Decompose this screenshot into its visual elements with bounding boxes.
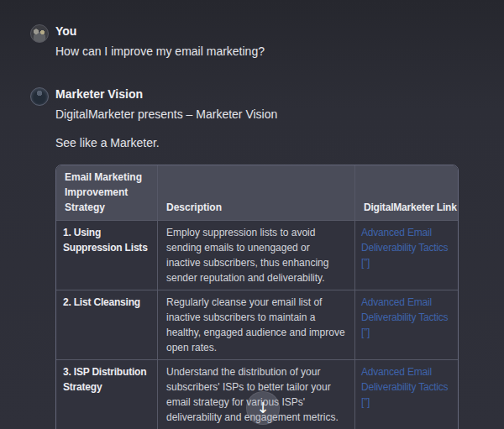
description-cell: Employ suppression lists to avoid sendin… [158, 221, 355, 290]
link-label: Advanced Email Deliverability Tactics [361, 296, 448, 323]
deliverability-link[interactable]: Advanced Email Deliverability Tactics [”… [361, 366, 448, 408]
user-turn: You How can I improve my email marketing… [30, 24, 458, 60]
citation-icon[interactable]: [”] [361, 327, 370, 338]
link-cell: Advanced Email Deliverability Tactics [”… [355, 360, 458, 429]
table-header-row: Email Marketing Improvement Strategy Des… [56, 165, 458, 221]
link-label: Advanced Email Deliverability Tactics [361, 227, 448, 254]
header-description: Description [158, 165, 355, 221]
assistant-turn: Marketer Vision DigitalMarketer presents… [30, 86, 458, 429]
header-link: DigitalMarketer Link [355, 165, 458, 221]
assistant-intro-text: DigitalMarketer presents – Marketer Visi… [55, 106, 458, 123]
chat-app: { "user_turn": { "name": "You", "message… [0, 0, 504, 429]
link-cell: Advanced Email Deliverability Tactics [”… [355, 221, 458, 290]
citation-icon[interactable]: [”] [361, 257, 370, 269]
link-label: Advanced Email Deliverability Tactics [361, 366, 448, 393]
citation-icon[interactable]: [”] [361, 396, 370, 408]
chat-viewport: You How can I improve my email marketing… [0, 0, 504, 429]
deliverability-link[interactable]: Advanced Email Deliverability Tactics [”… [361, 296, 448, 338]
user-turn-body: You How can I improve my email marketing… [55, 24, 458, 60]
assistant-name: Marketer Vision [55, 86, 458, 102]
strategy-cell: 3. ISP Distribution Strategy [56, 360, 158, 429]
table-row: 1. Using Suppression Lists Employ suppre… [56, 221, 458, 290]
strategy-table: Email Marketing Improvement Strategy Des… [55, 165, 459, 429]
table-row: 2. List Cleansing Regularly cleanse your… [56, 290, 458, 360]
assistant-turn-body: Marketer Vision DigitalMarketer presents… [55, 86, 458, 429]
strategy-cell: 2. List Cleansing [56, 290, 158, 360]
scroll-to-bottom-button[interactable]: ↓ [246, 391, 280, 425]
deliverability-link[interactable]: Advanced Email Deliverability Tactics [”… [361, 227, 448, 269]
strategy-cell: 1. Using Suppression Lists [56, 221, 158, 290]
assistant-tagline-text: See like a Marketer. [55, 134, 458, 151]
arrow-down-icon: ↓ [256, 400, 269, 416]
user-avatar [30, 24, 49, 43]
header-strategy: Email Marketing Improvement Strategy [56, 165, 158, 221]
assistant-avatar [30, 87, 49, 106]
user-message-text: How can I improve my email marketing? [55, 43, 458, 60]
link-cell: Advanced Email Deliverability Tactics [”… [355, 290, 458, 360]
user-name: You [55, 24, 458, 39]
description-cell: Regularly cleanse your email list of ina… [158, 290, 355, 360]
